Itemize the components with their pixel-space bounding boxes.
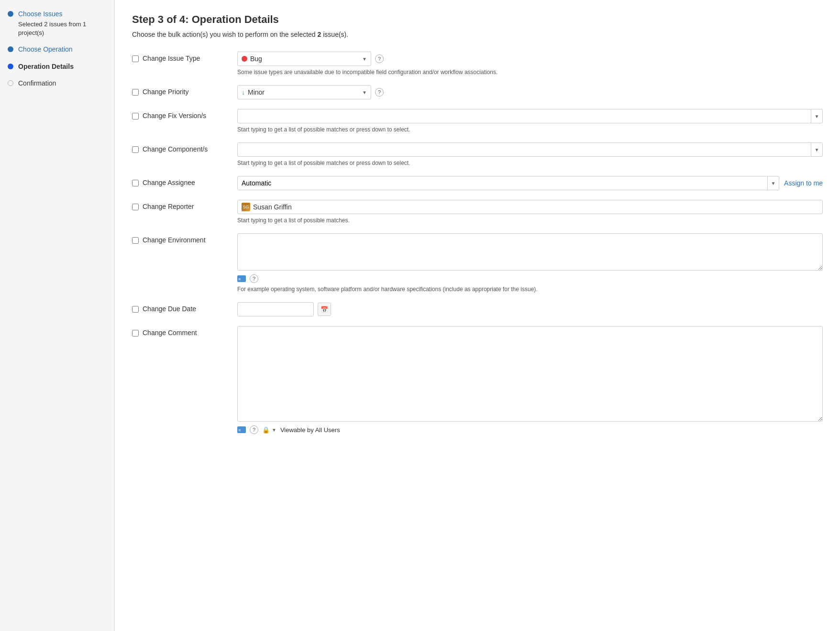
checkbox-assignee[interactable]: [132, 180, 139, 186]
fix-version-hint: Start typing to get a list of possible m…: [237, 126, 823, 133]
form-row-due-date: Change Due Date 📅: [132, 302, 823, 316]
svg-text:≡: ≡: [238, 428, 241, 433]
reporter-name: Susan Griffin: [253, 203, 292, 211]
form-row-assignee: Change Assignee ▼ Assign to me: [132, 176, 823, 190]
environment-textarea[interactable]: [237, 233, 823, 271]
sidebar-item-choose-issues: Choose Issues Selected 2 issues from 1 p…: [8, 10, 107, 37]
sidebar-link-choose-issues[interactable]: Choose Issues: [18, 10, 63, 18]
priority-dropdown-arrow-icon: ▼: [362, 90, 367, 95]
priority-select[interactable]: ↓ Minor ▼: [237, 85, 371, 99]
label-priority: Change Priority: [143, 88, 189, 96]
assignee-text-input[interactable]: [238, 177, 767, 189]
comment-textarea[interactable]: [237, 326, 823, 422]
checkbox-component[interactable]: [132, 146, 139, 153]
subtitle-prefix: Choose the bulk action(s) you wish to pe…: [132, 31, 318, 38]
page-title: Step 3 of 4: Operation Details: [132, 13, 823, 26]
priority-arrow-down-icon: ↓: [242, 88, 245, 96]
assignee-input[interactable]: ▼: [237, 176, 779, 190]
bug-icon: [242, 56, 247, 62]
reporter-avatar: SG: [242, 203, 250, 211]
label-environment: Change Environment: [143, 236, 206, 244]
sidebar-dot-choose-issues: [8, 11, 13, 17]
component-input[interactable]: ▼: [237, 142, 823, 157]
main-content: Step 3 of 4: Operation Details Choose th…: [115, 0, 840, 631]
fix-version-input[interactable]: ▼: [237, 109, 823, 123]
form-row-environment: Change Environment ≡ ? For example opera…: [132, 233, 823, 293]
sidebar-item-confirmation: Confirmation: [8, 79, 107, 88]
subtitle-suffix: issue(s).: [321, 31, 348, 38]
reporter-input[interactable]: SG Susan Griffin: [237, 200, 823, 214]
checkbox-reporter[interactable]: [132, 204, 139, 210]
checkbox-environment[interactable]: [132, 237, 139, 244]
form-row-reporter: Change Reporter SG Susan Griffin Start t…: [132, 200, 823, 224]
sidebar-label-operation-details: Operation Details: [18, 63, 74, 70]
fix-version-text-input[interactable]: [238, 110, 811, 122]
checkbox-priority[interactable]: [132, 89, 139, 96]
label-assignee: Change Assignee: [143, 179, 195, 186]
comment-help-icon[interactable]: ?: [250, 425, 258, 434]
environment-help-icon[interactable]: ?: [250, 274, 258, 283]
issue-type-help-icon[interactable]: ?: [375, 54, 384, 63]
checkbox-due-date[interactable]: [132, 306, 139, 313]
sidebar-item-operation-details: Operation Details: [8, 62, 107, 72]
checkbox-comment[interactable]: [132, 330, 139, 337]
environment-format-icon[interactable]: ≡: [237, 275, 246, 282]
comment-format-icon[interactable]: ≡: [237, 426, 246, 433]
issue-type-select-wrapper: Bug ▼ ?: [237, 52, 823, 66]
sidebar-sublabel-choose-issues: Selected 2 issues from 1 project(s): [18, 20, 107, 37]
issue-type-arrow-icon: ▼: [362, 56, 367, 62]
sidebar-dot-choose-operation: [8, 46, 13, 52]
visibility-dropdown[interactable]: 🔒 ▼: [262, 426, 276, 434]
component-dropdown-btn[interactable]: ▼: [811, 143, 822, 156]
due-date-input[interactable]: [237, 302, 314, 316]
priority-select-wrapper: ↓ Minor ▼ ?: [237, 85, 823, 99]
component-text-input[interactable]: [238, 143, 811, 156]
assign-me-link[interactable]: Assign to me: [784, 179, 823, 187]
fix-version-dropdown-btn[interactable]: ▼: [811, 109, 822, 123]
label-due-date: Change Due Date: [143, 305, 196, 313]
lock-icon: 🔒: [262, 426, 270, 434]
sidebar-label-confirmation: Confirmation: [18, 79, 56, 87]
form-row-priority: Change Priority ↓ Minor ▼ ?: [132, 85, 823, 99]
form-row-comment: Change Comment ≡ ? 🔒 ▼ Viewable by All U…: [132, 326, 823, 434]
form-row-issue-type: Change Issue Type Bug ▼ ? Some issue typ…: [132, 52, 823, 76]
visibility-label: Viewable by All Users: [280, 426, 340, 434]
priority-value: Minor: [248, 88, 359, 96]
checkbox-issue-type[interactable]: [132, 55, 139, 62]
sidebar: Choose Issues Selected 2 issues from 1 p…: [0, 0, 115, 631]
label-comment: Change Comment: [143, 329, 197, 337]
environment-toolbar: ≡ ?: [237, 274, 823, 283]
form-row-fix-version: Change Fix Version/s ▼ Start typing to g…: [132, 109, 823, 133]
sidebar-dot-confirmation: [8, 80, 13, 86]
label-component: Change Component/s: [143, 145, 208, 153]
priority-help-icon[interactable]: ?: [375, 88, 384, 97]
issue-type-hint: Some issue types are unavailable due to …: [237, 69, 823, 76]
assignee-row: ▼ Assign to me: [237, 176, 823, 190]
comment-bottom-bar: ≡ ? 🔒 ▼ Viewable by All Users: [237, 425, 823, 434]
page-subtitle: Choose the bulk action(s) you wish to pe…: [132, 31, 823, 38]
sidebar-link-choose-operation[interactable]: Choose Operation: [18, 45, 73, 53]
calendar-icon-btn[interactable]: 📅: [318, 303, 331, 316]
form-row-component: Change Component/s ▼ Start typing to get…: [132, 142, 823, 166]
visibility-arrow-icon: ▼: [272, 427, 276, 433]
label-issue-type: Change Issue Type: [143, 54, 200, 62]
label-fix-version: Change Fix Version/s: [143, 112, 206, 120]
due-date-row: 📅: [237, 302, 823, 316]
label-reporter: Change Reporter: [143, 203, 194, 210]
checkbox-fix-version[interactable]: [132, 113, 139, 120]
environment-hint: For example operating system, software p…: [237, 286, 823, 293]
component-hint: Start typing to get a list of possible m…: [237, 160, 823, 166]
sidebar-item-choose-operation: Choose Operation: [8, 45, 107, 54]
reporter-hint: Start typing to get a list of possible m…: [237, 217, 823, 224]
issue-type-select[interactable]: Bug ▼: [237, 52, 371, 66]
svg-text:≡: ≡: [238, 277, 241, 282]
issue-type-value: Bug: [250, 55, 359, 63]
assignee-dropdown-btn[interactable]: ▼: [767, 176, 779, 190]
sidebar-dot-operation-details: [8, 64, 13, 69]
